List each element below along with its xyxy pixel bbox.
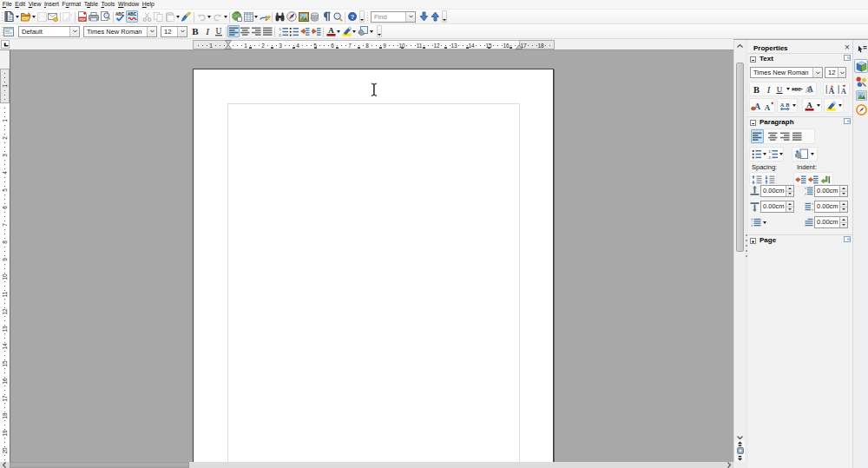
tab-gallery[interactable] <box>854 89 868 102</box>
after-text-indent-spinbox[interactable]: 0.00cm <box>814 201 848 213</box>
sidebar-shadow-button[interactable]: AA <box>804 82 816 96</box>
paragraph-background-dropdown[interactable] <box>811 153 814 155</box>
menu-window[interactable]: Window <box>116 0 141 9</box>
highlighting-button[interactable] <box>342 26 352 36</box>
decrease-spacing-button[interactable] <box>763 173 775 186</box>
menu-edit[interactable]: Edit <box>14 0 27 9</box>
find-toolbar-overflow[interactable] <box>442 10 447 23</box>
spin-down-button[interactable] <box>840 208 847 213</box>
character-spacing-button[interactable]: AB <box>779 99 791 112</box>
paragraph-dialog-launcher-button[interactable] <box>844 118 851 124</box>
decrease-indent-button[interactable] <box>300 26 310 36</box>
bold-button[interactable]: B <box>190 26 201 36</box>
find-input[interactable]: Find <box>371 11 416 23</box>
menu-view[interactable]: View <box>27 0 43 9</box>
line-spacing-button[interactable] <box>750 216 761 229</box>
find-previous-button[interactable] <box>430 11 440 22</box>
export-pdf-button[interactable]: PDF <box>78 11 87 22</box>
line-spacing-dropdown[interactable] <box>763 221 766 224</box>
document-page[interactable] <box>193 69 554 462</box>
new-document-dropdown[interactable] <box>16 16 19 18</box>
page-section-expand-button[interactable] <box>750 238 756 244</box>
spelling-grammar-button[interactable]: ABC <box>115 11 125 22</box>
chevron-down-icon[interactable] <box>405 12 415 22</box>
undo-button[interactable] <box>196 11 206 22</box>
vertical-scrollbar[interactable] <box>733 40 745 462</box>
character-spacing-dropdown[interactable] <box>792 104 796 107</box>
tab-properties[interactable] <box>854 59 868 73</box>
sidebar-align-center-button[interactable] <box>766 129 779 143</box>
chevron-down-icon[interactable] <box>177 27 187 36</box>
redo-button[interactable] <box>214 11 223 22</box>
paste-dropdown[interactable] <box>176 16 180 18</box>
before-text-indent-spinbox[interactable]: 0.00cm <box>814 185 848 197</box>
tab-styles-and-formatting[interactable] <box>854 75 868 89</box>
menu-format[interactable]: Format <box>61 0 82 9</box>
new-document-button[interactable] <box>4 11 14 22</box>
sidebar-highlight-button[interactable] <box>825 99 837 112</box>
scroll-left-button[interactable] <box>0 462 9 468</box>
font-size-combo[interactable]: 12 <box>161 26 187 37</box>
underline-dropdown[interactable] <box>786 88 790 90</box>
auto-spellcheck-button[interactable]: ABC <box>126 10 138 23</box>
insert-table-button[interactable] <box>244 11 253 22</box>
align-left-button[interactable] <box>227 25 240 37</box>
increase-indent-button[interactable] <box>312 26 321 36</box>
chevron-down-icon[interactable] <box>838 68 845 77</box>
email-document-button[interactable] <box>48 11 58 22</box>
formatting-overflow[interactable] <box>377 25 382 37</box>
save-button[interactable] <box>37 11 47 22</box>
paragraph-style-combo[interactable]: Default <box>18 26 80 37</box>
paragraph-section-collapse-button[interactable] <box>750 120 756 126</box>
paragraph-indent-marker[interactable] <box>225 40 232 51</box>
menu-insert[interactable]: Insert <box>43 0 61 9</box>
sidebar-decrease-indent-button[interactable] <box>806 173 819 186</box>
highlighting-dropdown[interactable] <box>352 30 356 33</box>
edit-file-button[interactable] <box>62 11 72 22</box>
tab-navigator[interactable] <box>854 102 868 116</box>
print-preview-button[interactable] <box>101 11 110 22</box>
sidebar-bullet-list-button[interactable] <box>751 148 762 161</box>
undo-dropdown[interactable] <box>207 16 211 18</box>
formatting-marks-button[interactable] <box>322 11 332 22</box>
hyperlink-button[interactable] <box>232 11 242 22</box>
sidebar-increase-indent-button[interactable] <box>794 173 806 186</box>
sidebar-justified-button[interactable] <box>791 129 803 143</box>
menu-help[interactable]: Help <box>141 0 156 9</box>
chevron-down-icon[interactable] <box>69 27 79 36</box>
sidebar-bold-button[interactable]: B <box>751 82 762 96</box>
increase-spacing-button[interactable] <box>750 173 762 186</box>
numbered-list-button[interactable]: 1.2. <box>279 26 288 36</box>
zoom-button[interactable] <box>333 11 343 22</box>
spin-down-button[interactable] <box>786 208 793 213</box>
italic-button[interactable]: I <box>202 26 213 36</box>
page-dialog-launcher-button[interactable] <box>844 236 851 242</box>
spin-down-button[interactable] <box>786 192 793 197</box>
highlight-dropdown[interactable] <box>838 104 842 107</box>
scroll-up-button[interactable] <box>735 41 745 51</box>
toolbar-overflow[interactable] <box>359 10 365 23</box>
first-line-indent-spinbox[interactable]: 0.00cm <box>814 216 848 228</box>
font-color-dropdown[interactable] <box>337 30 340 33</box>
vertical-ruler[interactable]: 11234567891011121314151617181920 <box>0 50 10 462</box>
sidebar-italic-button[interactable]: I <box>763 82 773 96</box>
lowercase-button[interactable]: A <box>762 99 774 112</box>
toolbar-grip[interactable] <box>1 12 3 22</box>
font-name-combo[interactable]: Times New Roman <box>83 26 157 37</box>
sidebar-settings-button[interactable] <box>857 44 867 53</box>
toolbar-grip[interactable] <box>366 12 369 22</box>
chevron-down-icon[interactable] <box>812 68 822 77</box>
tab-stop-selector[interactable] <box>1 40 10 49</box>
align-center-button[interactable] <box>240 26 251 36</box>
sidebar-close-button[interactable]: × <box>845 44 850 51</box>
open-button[interactable] <box>21 11 31 22</box>
horizontal-ruler[interactable]: 1123456789101112131415161718 <box>193 40 554 49</box>
hanging-indent-button[interactable] <box>819 173 831 186</box>
text-dialog-launcher-button[interactable] <box>844 55 851 61</box>
decrease-font-size-button[interactable]: A <box>837 82 849 96</box>
show-draw-functions-button[interactable] <box>260 11 271 22</box>
sidebar-font-color-button[interactable]: A <box>804 99 815 112</box>
copy-button[interactable] <box>154 11 163 22</box>
cut-button[interactable] <box>142 11 152 22</box>
clone-formatting-button[interactable] <box>181 11 191 22</box>
